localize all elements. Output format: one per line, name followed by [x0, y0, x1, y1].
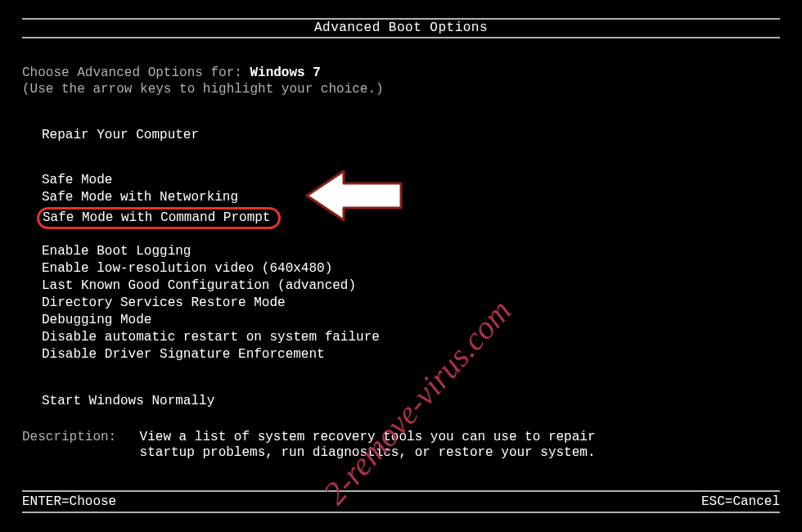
description-text: View a list of system recovery tools you… — [140, 430, 598, 461]
menu-repair-computer[interactable]: Repair Your Computer — [42, 128, 384, 143]
description-label: Description: — [22, 430, 132, 444]
menu-debugging-mode[interactable]: Debugging Mode — [42, 313, 384, 328]
menu-disable-driver-sig[interactable]: Disable Driver Signature Enforcement — [42, 347, 384, 363]
menu-start-normally[interactable]: Start Windows Normally — [42, 394, 384, 409]
menu-disable-auto-restart[interactable]: Disable automatic restart on system fail… — [42, 330, 384, 345]
menu-group-1: Repair Your Computer — [42, 128, 384, 143]
menu-boot-logging[interactable]: Enable Boot Logging — [42, 244, 384, 259]
footer-border-top — [22, 490, 780, 492]
page-title: Advanced Boot Options — [0, 20, 802, 35]
menu-low-res-video[interactable]: Enable low-resolution video (640x480) — [42, 261, 384, 277]
menu-group-4: Start Windows Normally — [42, 394, 384, 409]
os-name: Windows 7 — [250, 65, 320, 80]
footer-enter-hint: ENTER=Choose — [22, 494, 116, 509]
intro-line: Choose Advanced Options for: Windows 7 — [22, 65, 384, 80]
menu-last-known-good[interactable]: Last Known Good Configuration (advanced) — [42, 278, 384, 294]
menu-directory-services[interactable]: Directory Services Restore Mode — [42, 295, 384, 311]
intro-hint: (Use the arrow keys to highlight your ch… — [22, 82, 384, 97]
description-section: Description: View a list of system recov… — [22, 430, 598, 461]
menu-group-3: Enable Boot Logging Enable low-resolutio… — [42, 244, 384, 363]
intro-prefix: Choose Advanced Options for: — [22, 65, 250, 80]
highlighted-item: Safe Mode with Command Prompt — [37, 207, 281, 229]
footer-border-bottom — [22, 512, 780, 513]
header-border-top — [22, 18, 780, 20]
main-content: Choose Advanced Options for: Windows 7 (… — [22, 65, 384, 411]
footer-esc-hint: ESC=Cancel — [701, 494, 780, 509]
header-border-bottom — [22, 37, 780, 38]
arrow-annotation-icon — [299, 167, 409, 228]
